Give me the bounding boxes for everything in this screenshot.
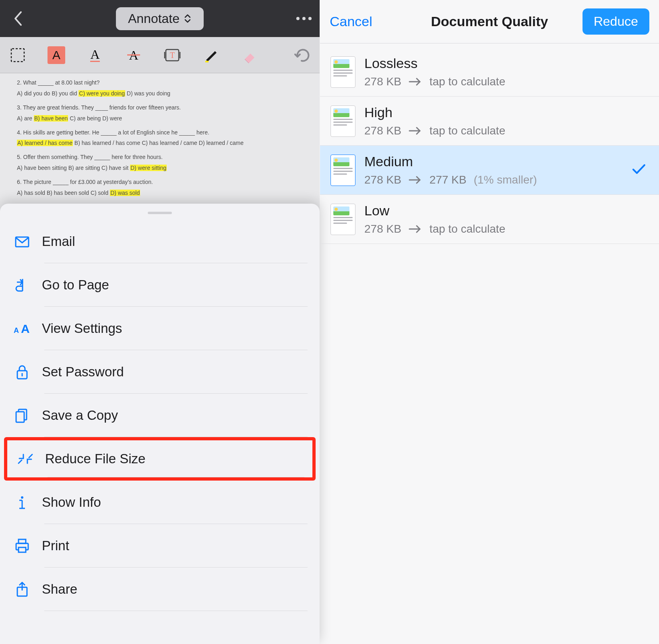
doc-thumb-icon — [331, 204, 355, 235]
sheet-grabber[interactable] — [148, 212, 172, 214]
svg-rect-11 — [16, 412, 24, 422]
menu-item-password[interactable]: Set Password — [4, 350, 316, 394]
menu-item-label: Email — [42, 234, 75, 249]
menu-item-info[interactable]: Show Info — [4, 481, 316, 524]
print-icon — [14, 537, 42, 554]
select-tool[interactable] — [8, 45, 27, 65]
quality-options: Lossless278 KBtap to calculateHigh278 KB… — [320, 43, 659, 248]
password-icon — [14, 363, 42, 380]
underline-tool[interactable]: A — [85, 45, 105, 65]
reduce-button[interactable]: Reduce — [583, 8, 649, 35]
page-title: Document Quality — [431, 14, 548, 29]
mode-selector[interactable]: Annotate — [116, 7, 204, 30]
menu-item-reduce[interactable]: Reduce File Size — [4, 437, 316, 481]
menu-item-goto[interactable]: Go to Page — [4, 263, 316, 307]
annotate-toolbar: A A A T — [0, 37, 320, 73]
undo-button[interactable] — [292, 45, 312, 65]
svg-rect-18 — [19, 547, 26, 552]
quality-option-high[interactable]: High278 KBtap to calculate — [320, 97, 659, 146]
strikethrough-tool[interactable]: A — [124, 45, 143, 65]
svg-text:T: T — [170, 51, 175, 60]
doc-thumb-icon — [331, 56, 355, 88]
svg-point-12 — [21, 496, 23, 499]
email-icon — [14, 233, 42, 250]
menu-item-print[interactable]: Print — [4, 524, 316, 568]
svg-text:A: A — [14, 326, 19, 334]
quality-name: High — [364, 105, 646, 120]
editor-topbar: Annotate — [0, 0, 320, 37]
right-phone-screen: Cancel Document Quality Reduce Lossless2… — [320, 0, 659, 644]
mode-label: Annotate — [128, 11, 180, 26]
quality-header: Cancel Document Quality Reduce — [320, 0, 659, 43]
back-button[interactable] — [8, 8, 28, 29]
svg-text:A: A — [21, 322, 30, 335]
reduce-icon — [17, 450, 45, 467]
doc-thumb-icon — [331, 155, 355, 186]
left-phone-screen: Annotate A A A T 2. What _____ at 8.00 l… — [0, 0, 320, 644]
menu-item-label: Share — [42, 582, 77, 597]
textbox-tool[interactable]: T — [163, 45, 182, 65]
menu-item-label: Show Info — [42, 495, 101, 510]
updown-icon — [184, 13, 192, 24]
quality-option-medium[interactable]: Medium278 KB277 KB(1% smaller) — [320, 146, 659, 195]
more-button[interactable] — [296, 17, 312, 20]
action-sheet: EmailGo to PageAAView SettingsSet Passwo… — [0, 204, 320, 644]
doc-thumb-icon — [331, 105, 355, 137]
quality-option-low[interactable]: Low278 KBtap to calculate — [320, 195, 659, 244]
menu-item-label: Set Password — [42, 364, 124, 380]
share-icon — [14, 581, 42, 598]
menu-item-label: Go to Page — [42, 277, 109, 293]
check-icon — [632, 161, 646, 179]
menu-item-label: Print — [42, 538, 69, 553]
quality-detail: 278 KBtap to calculate — [364, 124, 646, 137]
menu-item-share[interactable]: Share — [4, 568, 316, 611]
menu-item-label: Reduce File Size — [45, 451, 145, 466]
quality-detail: 278 KBtap to calculate — [364, 223, 646, 235]
cancel-button[interactable]: Cancel — [330, 14, 372, 29]
info-icon — [14, 494, 42, 511]
highlight-tool[interactable]: A — [47, 45, 66, 65]
quality-option-lossless[interactable]: Lossless278 KBtap to calculate — [320, 47, 659, 97]
quality-detail: 278 KBtap to calculate — [364, 75, 646, 88]
quality-name: Lossless — [364, 56, 646, 71]
marker-tool[interactable] — [201, 45, 221, 65]
quality-name: Medium — [364, 154, 623, 169]
quality-name: Low — [364, 203, 646, 219]
svg-rect-0 — [11, 49, 24, 62]
menu-item-label: Save a Copy — [42, 408, 118, 423]
menu-item-savecopy[interactable]: Save a Copy — [4, 394, 316, 437]
view-icon: AA — [14, 320, 42, 337]
goto-icon — [14, 277, 42, 293]
eraser-tool[interactable] — [240, 45, 259, 65]
menu-item-label: View Settings — [42, 321, 122, 336]
quality-detail: 278 KB277 KB(1% smaller) — [364, 173, 623, 186]
menu-item-view[interactable]: AAView Settings — [4, 307, 316, 350]
menu-item-email[interactable]: Email — [4, 220, 316, 263]
savecopy-icon — [14, 407, 42, 424]
